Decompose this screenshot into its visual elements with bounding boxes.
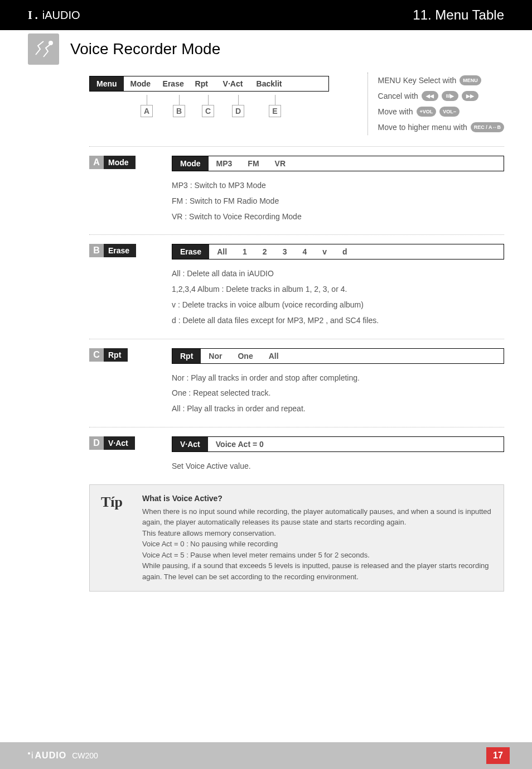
erase-bar-5: 4	[294, 244, 315, 259]
chapter-left-text: iAUDIO	[42, 9, 80, 22]
play-pause-icon: II/▶	[442, 91, 458, 101]
badge-a: A	[89, 156, 104, 169]
mode-bar-0: Mode	[172, 156, 209, 171]
brand-i: i	[31, 751, 34, 761]
mode-header: Voice Recorder Mode	[0, 33, 532, 65]
section-vact: D V·Act V·Act Voice Act = 0 Set Voice Ac…	[89, 436, 504, 475]
erase-bar-3: 2	[255, 244, 275, 259]
section-erase: B Erase Erase All 1 2 3 4 v d All : Dele…	[89, 244, 504, 329]
erase-desc-0: All : Delete all data in iAUDIO	[172, 267, 504, 281]
chapter-left: I . iAUDIO	[0, 0, 167, 30]
mode-bar-2: FM	[240, 156, 267, 171]
erase-bar-7: d	[335, 244, 355, 259]
tip-body-text: When there is no input sound while recor…	[142, 506, 492, 583]
rpt-bar-0: Rpt	[172, 349, 201, 363]
mode-desc-2: VR : Switch to Voice Recording Mode	[172, 210, 504, 224]
tip-label: Típ	[101, 494, 131, 583]
forward-icon: ▶▶	[462, 91, 478, 101]
separator	[89, 427, 504, 427]
mode-bar-3: VR	[267, 156, 293, 171]
top-bar: I . iAUDIO 11. Menu Table	[0, 0, 532, 30]
section-mode: A Mode Mode MP3 FM VR MP3 : Switch to MP…	[89, 156, 504, 225]
letter-c: C	[202, 105, 214, 117]
separator	[89, 339, 504, 339]
badge-b: B	[89, 244, 104, 257]
vact-desc-0: Set Voice Active value.	[172, 460, 504, 473]
erase-bar-0: Erase	[172, 244, 209, 259]
voice-recorder-icon	[28, 33, 59, 65]
vact-bar-0: V·Act	[172, 437, 208, 451]
vol-down-icon: VOL−	[439, 107, 460, 117]
mode-title: Voice Recorder Mode	[70, 40, 220, 58]
erase-bar-6: v	[315, 244, 335, 259]
legend-3-text: Move with	[378, 104, 413, 119]
section-rpt: C Rpt Rpt Nor One All Nor : Play all tra…	[89, 348, 504, 418]
rpt-desc-0: Nor : Play all tracks in order and stop …	[172, 372, 504, 385]
mode-desc-0: MP3 : Switch to MP3 Mode	[172, 179, 504, 193]
letter-b: B	[173, 105, 185, 117]
model-number: CW200	[72, 751, 98, 760]
letter-d: D	[232, 105, 244, 117]
brand-rest: AUDIO	[35, 751, 67, 761]
menu-cell-rpt: Rpt	[188, 76, 216, 91]
brand-logo: i AUDIO	[28, 751, 66, 761]
rpt-bar-3: All	[261, 349, 287, 363]
key-legend: MENU Key Select with MENU Cancel with ◀◀…	[367, 73, 504, 135]
letter-a: A	[141, 105, 153, 117]
vact-option-bar: V·Act Voice Act = 0	[172, 436, 504, 452]
mode-bar-1: MP3	[209, 156, 240, 171]
erase-bar-2: 1	[235, 244, 255, 259]
erase-desc-3: d : Delete all data files except for MP3…	[172, 314, 504, 328]
vol-up-icon: +VOL	[417, 107, 437, 117]
erase-bar-1: All	[209, 244, 235, 259]
menu-diagram: Menu Mode Erase Rpt V·Act Backlit A B	[89, 76, 504, 135]
label-mode: Mode	[104, 156, 136, 169]
brand-dot-icon	[28, 752, 30, 754]
rpt-bar-2: One	[230, 349, 260, 363]
menu-cell-backlit: Backlit	[250, 76, 328, 91]
tip-box: Típ What is Voice Active? When there is …	[89, 484, 504, 592]
menu-key-icon: MENU	[460, 75, 481, 85]
mode-desc-1: FM : Switch to FM Radio Mode	[172, 195, 504, 208]
separator	[89, 146, 504, 147]
badge-d: D	[89, 436, 104, 450]
label-erase: Erase	[104, 244, 136, 257]
rec-ab-icon: REC / A↔B	[471, 122, 504, 132]
chapter-right: 11. Menu Table	[167, 0, 532, 30]
badge-c: C	[89, 348, 104, 362]
erase-desc-1: 1,2,3,4 Album : Delete tracks in album 1…	[172, 283, 504, 296]
mode-option-bar: Mode MP3 FM VR	[172, 156, 504, 171]
menu-cell-mode: Mode	[124, 76, 156, 91]
label-rpt: Rpt	[104, 348, 128, 362]
menu-cell-vact: V·Act	[216, 76, 250, 91]
rpt-desc-2: All : Play all tracks in order and repea…	[172, 402, 504, 416]
menu-cell-menu: Menu	[90, 76, 124, 91]
rewind-icon: ◀◀	[422, 91, 438, 101]
legend-2-text: Cancel with	[378, 88, 418, 104]
rpt-bar-1: Nor	[201, 349, 230, 363]
page-footer: i AUDIO CW200 17	[0, 742, 532, 769]
menu-bar: Menu Mode Erase Rpt V·Act Backlit	[89, 76, 329, 92]
letter-e: E	[269, 105, 281, 117]
rpt-option-bar: Rpt Nor One All	[172, 348, 504, 364]
page-number: 17	[486, 747, 510, 764]
rpt-desc-1: One : Repeat selected track.	[172, 387, 504, 400]
label-vact: V·Act	[104, 436, 135, 450]
erase-bar-4: 3	[275, 244, 295, 259]
tip-heading: What is Voice Active?	[142, 494, 492, 503]
erase-desc-2: v : Delete tracks in voice album (voice …	[172, 299, 504, 312]
separator	[89, 234, 504, 235]
menu-cell-erase: Erase	[156, 76, 188, 91]
chapter-roman: I .	[28, 9, 38, 22]
svg-point-0	[49, 41, 52, 45]
erase-option-bar: Erase All 1 2 3 4 v d	[172, 244, 504, 259]
legend-1-text: MENU Key Select with	[378, 73, 457, 88]
vact-bar-1: Voice Act = 0	[208, 437, 272, 451]
legend-4-text: Move to higher menu with	[378, 119, 467, 135]
